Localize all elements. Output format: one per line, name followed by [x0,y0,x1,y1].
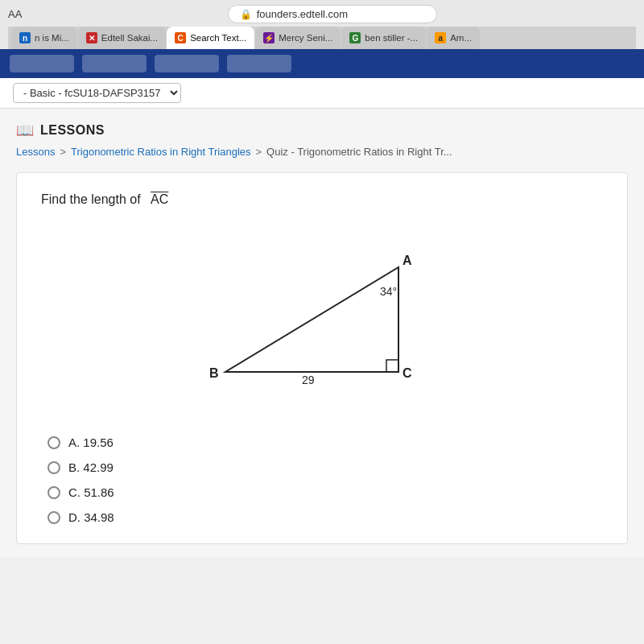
answer-option-a[interactable]: A. 19.56 [47,436,597,449]
nav-bar-item-4 [227,55,291,72]
tab-label-1: n is Mi... [35,33,69,43]
answer-label-c: C. 51.86 [68,485,114,499]
vertex-c-label: C [402,366,412,380]
nav-bar-item-3 [155,55,219,72]
svg-rect-1 [386,360,398,372]
tab-favicon-1: n [19,32,31,43]
lessons-icon: 📖 [16,122,34,139]
nav-bar [0,49,644,78]
font-size-label[interactable]: AA [8,8,22,20]
breadcrumb-quiz: Quiz - Trigonometric Ratios in Right Tr.… [266,146,452,158]
answer-option-d[interactable]: D. 34.98 [47,510,597,524]
tabs-bar: n n is Mi... ✕ Edtell Sakai... C Search … [8,27,636,49]
base-label: 29 [302,374,315,386]
svg-marker-0 [225,267,398,372]
tab-label-6: Am... [450,33,472,43]
nav-bar-item-1 [10,55,74,72]
browser-controls: AA 🔒 founders.edtell.com [8,5,636,23]
answer-option-c[interactable]: C. 51.86 [47,485,597,499]
nav-bar-item-2 [82,55,147,72]
tab-favicon-5: G [349,32,361,43]
tab-favicon-6: a [435,32,446,43]
breadcrumb: Lessons > Trigonometric Ratios in Right … [16,146,628,158]
main-content: 📖 LESSONS Lessons > Trigonometric Ratios… [0,109,644,557]
address-bar-area: 🔒 founders.edtell.com [28,5,636,23]
lock-icon: 🔒 [240,9,252,20]
triangle-svg: A B C 34° 29 [185,223,459,416]
tab-ben-stiller[interactable]: G ben stiller -... [341,27,426,49]
radio-c[interactable] [47,486,60,499]
tab-edtell-sakai[interactable]: ✕ Edtell Sakai... [78,27,166,49]
answer-label-b: B. 42.99 [68,460,114,474]
tab-label-5: ben stiller -... [365,33,418,43]
triangle-diagram: A B C 34° 29 [41,223,603,416]
lessons-header: 📖 LESSONS [16,122,628,139]
address-bar[interactable]: 🔒 founders.edtell.com [228,5,437,23]
radio-a[interactable] [47,436,60,449]
tab-n-is-mi[interactable]: n n is Mi... [11,27,77,49]
breadcrumb-lessons[interactable]: Lessons [16,146,55,158]
tab-favicon-3: C [175,32,186,43]
tab-mercy-seni[interactable]: ⚡ Mercy Seni... [255,27,341,49]
radio-b[interactable] [47,461,60,474]
question-text: Find the length of AC [41,192,603,207]
tab-label-3: Search Text... [190,33,246,43]
lessons-title: LESSONS [40,123,105,138]
course-dropdown[interactable]: - Basic - fcSU18-DAFSP3157 [13,83,181,103]
tab-search-text[interactable]: C Search Text... [167,27,254,49]
angle-label: 34° [380,285,397,298]
vertex-a-label: A [402,254,412,267]
tab-amazon[interactable]: a Am... [427,27,480,49]
dropdown-row: - Basic - fcSU18-DAFSP3157 [0,78,644,109]
answer-option-b[interactable]: B. 42.99 [47,460,597,474]
answer-label-d: D. 34.98 [68,510,114,524]
breadcrumb-trig[interactable]: Trigonometric Ratios in Right Triangles [71,146,251,158]
url-text: founders.edtell.com [257,8,348,20]
vertex-b-label: B [209,366,219,380]
tab-favicon-2: ✕ [86,32,97,43]
answer-label-a: A. 19.56 [68,436,114,449]
radio-d[interactable] [47,511,60,524]
question-prefix: Find the length of [41,192,141,207]
tab-label-4: Mercy Seni... [279,33,332,43]
tab-label-2: Edtell Sakai... [101,33,158,43]
question-card: Find the length of AC A B C 34° [16,172,628,544]
segment-label: AC [151,192,168,207]
breadcrumb-sep-1: > [60,146,66,158]
answer-choices: A. 19.56 B. 42.99 C. 51.86 D. 34.98 [41,436,603,524]
breadcrumb-sep-2: > [256,146,262,158]
tab-favicon-4: ⚡ [263,32,275,43]
browser-chrome: AA 🔒 founders.edtell.com n n is Mi... ✕ … [0,0,644,49]
